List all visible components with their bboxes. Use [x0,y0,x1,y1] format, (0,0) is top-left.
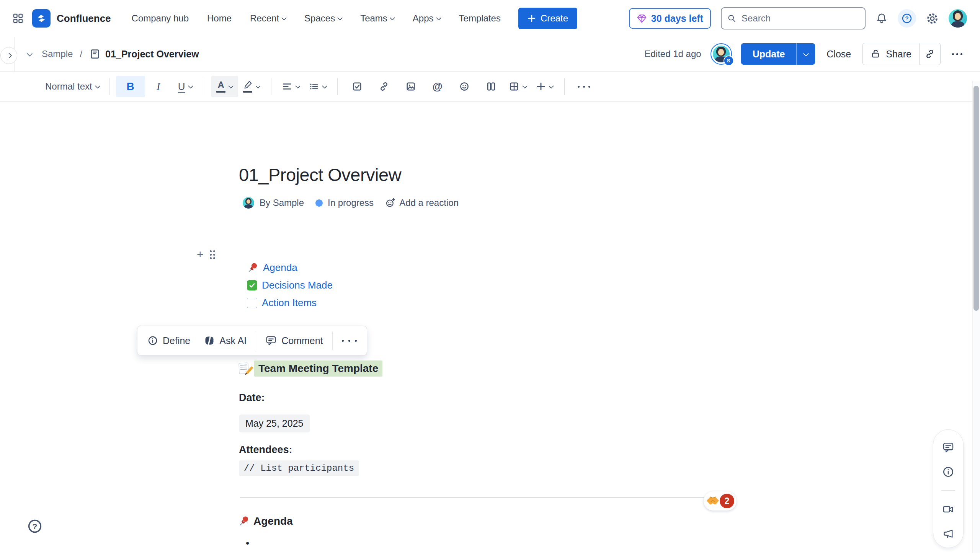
text-color-button[interactable]: A [211,76,238,97]
task-checkbox-button[interactable] [344,76,371,97]
insert-more-button[interactable] [531,76,558,97]
space-tree-toggle[interactable] [28,52,32,56]
help-button[interactable]: ? [898,9,916,28]
nav-recent[interactable]: Recent [250,13,286,24]
gem-icon [637,13,647,24]
unlock-icon [871,49,881,59]
date-label[interactable]: Date: [239,392,265,404]
status-text[interactable]: In progress [328,197,374,208]
author-avatar[interactable] [243,197,254,209]
settings-gear-icon[interactable] [926,12,939,25]
template-heading: Team Meeting Template [238,361,382,377]
emoji-button[interactable] [451,76,478,97]
list-button[interactable] [304,76,331,97]
checkbox-icon [352,81,363,92]
expand-sidebar-button[interactable] [0,47,17,64]
confluence-editor-screen: Confluence Company hub Home Recent Space… [0,0,980,553]
video-call-button[interactable] [942,503,954,515]
underline-button[interactable]: U [172,76,199,97]
add-reaction-button[interactable]: Add a reaction [385,197,459,208]
comments-panel-button[interactable] [942,441,954,453]
chevron-down-icon [27,51,33,57]
toc-link-agenda[interactable]: Agenda [247,262,333,274]
agenda-heading-text[interactable]: Agenda [253,515,293,527]
notifications-bell-icon[interactable] [875,12,888,24]
more-actions-icon[interactable] [950,51,965,57]
toc-link-decisions[interactable]: Decisions Made [247,279,333,291]
toc-link-action-items[interactable]: Action Items [247,297,333,309]
highlighter-icon [243,80,253,90]
update-button[interactable]: Update [741,43,797,65]
selection-more-icon[interactable] [335,329,364,352]
editor-toolbar: Normal text B I U A [0,72,980,102]
insert-image-button[interactable] [397,76,424,97]
breadcrumb-page-title[interactable]: 01_Project Overview [105,49,199,60]
template-heading-text[interactable]: Team Meeting Template [254,361,382,377]
collaborator-avatar[interactable]: S [710,43,732,65]
page-document-icon [89,48,101,60]
define-button[interactable]: Define [140,329,197,352]
copy-link-button[interactable] [919,43,940,65]
announcements-button[interactable] [942,528,954,540]
comment-button[interactable]: Comment [258,329,330,352]
search-input[interactable] [741,13,859,24]
details-panel-button[interactable] [942,466,954,478]
table-icon [509,81,519,92]
reaction-badge[interactable]: 2 [704,491,737,511]
breadcrumb-separator: / [80,49,82,59]
author-name[interactable]: By Sample [260,197,304,208]
chevron-down-icon [255,83,261,89]
chevron-down-icon [295,83,301,89]
toolbar-divider [337,78,338,95]
pushpin-emoji-icon [238,515,250,527]
byline: By Sample In progress Add a reaction [243,196,459,210]
create-button[interactable]: Create [518,8,577,29]
nav-spaces[interactable]: Spaces [304,13,342,24]
plus-icon [528,14,536,23]
document-title[interactable]: 01_Project Overview [239,164,401,185]
attendees-label[interactable]: Attendees: [239,444,292,456]
toolbar-more-icon[interactable] [571,76,598,97]
nav-templates[interactable]: Templates [459,13,501,24]
help-floating-button[interactable]: ? [27,518,43,534]
user-avatar[interactable] [949,9,967,28]
nav-company-hub[interactable]: Company hub [132,13,189,24]
chevron-down-icon [322,83,327,89]
share-button[interactable]: Share [863,43,919,65]
table-button[interactable] [505,76,531,97]
ask-ai-button[interactable]: Ask AI [197,329,253,352]
mention-button[interactable]: @ [424,76,451,97]
edited-status: Edited 1d ago [645,49,701,59]
italic-button[interactable]: I [145,76,172,97]
reaction-count: 2 [719,493,735,509]
nav-home[interactable]: Home [207,13,232,24]
toolbar-divider [271,78,271,95]
app-switcher-icon[interactable] [12,13,24,24]
bold-button[interactable]: B [116,76,145,97]
scrollbar-thumb[interactable] [973,86,979,311]
bullet-list-icon [309,81,319,92]
highlight-color-button[interactable] [238,76,265,97]
nav-apps[interactable]: Apps [413,13,441,24]
confluence-logo-icon[interactable] [32,9,51,28]
top-nav-left: Confluence Company hub Home Recent Space… [12,8,577,29]
ai-icon [204,335,215,346]
trial-days-left-button[interactable]: 30 days left [629,8,711,29]
insert-link-button[interactable] [371,76,397,97]
toolbar-divider [564,78,565,95]
update-options-button[interactable] [796,43,815,65]
alignment-button[interactable] [278,76,304,97]
breadcrumb: Sample / 01_Project Overview [28,37,199,71]
question-mark-icon: ? [27,518,43,534]
nav-teams[interactable]: Teams [360,13,394,24]
chevron-right-icon [6,52,12,59]
drag-handle-icon[interactable] [210,250,215,259]
layouts-button[interactable] [478,76,505,97]
add-block-button[interactable]: + [197,249,204,260]
date-value-pill[interactable]: May 25, 2025 [239,414,310,432]
breadcrumb-space[interactable]: Sample [42,49,73,59]
close-button[interactable]: Close [826,49,851,60]
attendees-placeholder-code[interactable]: // List participants [239,460,359,476]
text-style-dropdown[interactable]: Normal text [41,76,103,97]
chevron-down-icon [803,51,809,57]
